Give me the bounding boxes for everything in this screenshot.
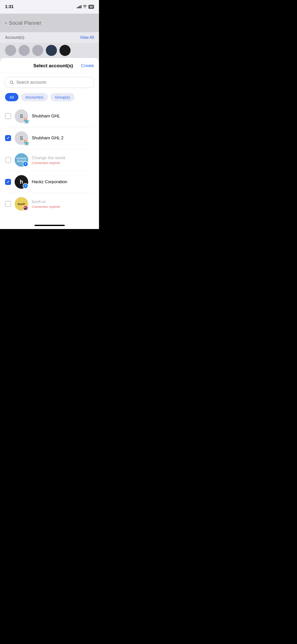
accounts-circles — [0, 43, 99, 58]
store-icon: 🏪 — [24, 118, 29, 123]
account-info: Shubham GHL — [32, 114, 94, 119]
home-bar — [35, 225, 65, 226]
circle-avatar-4 — [46, 45, 57, 56]
avatar-shubham-ghl-2: S 🏪 — [15, 131, 28, 145]
list-item: S 🏪 Shubham GHL — [5, 105, 94, 127]
battery-icon: 49 — [88, 5, 94, 9]
status-bar: 1:31 49 — [0, 0, 99, 14]
account-list: S 🏪 Shubham GHL S 🏪 Shubham GHL 2 — [0, 105, 99, 215]
account-info: Change the world Connection expired — [32, 155, 94, 165]
signal-bars-icon — [77, 5, 81, 8]
facebook-badge: f — [23, 161, 28, 167]
account-name: Hackz Corporation — [32, 179, 67, 184]
status-icons: 49 — [77, 5, 94, 9]
filter-groups[interactable]: Group(s) — [50, 93, 74, 101]
avatar-change-world: CHANGEWORLD f — [15, 153, 28, 167]
checkbox-change-world[interactable] — [5, 157, 11, 163]
accounts-label: Account(s) — [5, 35, 24, 40]
background-dimmed: ‹ Social Planner — [0, 14, 99, 32]
avatar-hackz: h f — [15, 175, 28, 189]
facebook-badge: f — [23, 183, 28, 189]
page-title: Social Planner — [9, 20, 41, 26]
create-button[interactable]: Create — [81, 63, 94, 68]
list-item: S 🏪 Shubham GHL 2 — [5, 127, 94, 149]
sheet-header: Select account(s) Create — [0, 58, 99, 73]
connection-expired-label: Connection expired — [32, 205, 94, 209]
store-icon: 🏪 — [24, 140, 29, 145]
avatar-booh: booh 📷 — [15, 197, 28, 211]
account-name: Change the world — [32, 155, 65, 160]
circle-avatar-5 — [59, 45, 71, 56]
status-time: 1:31 — [5, 4, 14, 9]
circle-avatar-3 — [32, 45, 43, 56]
list-item: CHANGEWORLD f Change the world Connectio… — [5, 149, 94, 171]
filter-pills: All Account(s) Group(s) — [0, 92, 99, 105]
checkbox-booh[interactable] — [5, 201, 11, 207]
account-info: booh.in Connection expired — [32, 199, 94, 209]
checkbox-hackz[interactable] — [5, 179, 11, 185]
page: 1:31 49 ‹ Social Planner A — [0, 0, 99, 229]
circle-avatar-1 — [5, 45, 16, 56]
account-info: Hackz Corporation — [32, 179, 94, 184]
search-icon — [9, 80, 14, 85]
connection-expired-label: Connection expired — [32, 161, 94, 165]
checkbox-shubham-ghl[interactable] — [5, 113, 11, 119]
account-name: booh.in — [32, 199, 46, 204]
avatar-shubham-ghl: S 🏪 — [15, 109, 28, 123]
search-container — [5, 77, 94, 88]
home-indicator — [0, 223, 99, 229]
account-info: Shubham GHL 2 — [32, 136, 94, 141]
list-item: h f Hackz Corporation — [5, 171, 94, 193]
wifi-icon — [83, 5, 87, 9]
account-name: Shubham GHL 2 — [32, 136, 63, 140]
sheet-title: Select account(s) — [25, 63, 81, 69]
view-all-link[interactable]: View All — [80, 35, 94, 40]
account-name: Shubham GHL — [32, 114, 60, 118]
circle-avatar-2 — [19, 45, 30, 56]
search-input-wrap — [5, 77, 94, 88]
svg-line-1 — [12, 83, 13, 84]
checkbox-shubham-ghl-2[interactable] — [5, 135, 11, 141]
search-input[interactable] — [16, 80, 90, 85]
instagram-badge: 📷 — [23, 205, 28, 211]
back-nav[interactable]: ‹ Social Planner — [5, 18, 94, 28]
back-chevron-icon[interactable]: ‹ — [5, 20, 7, 26]
list-item: booh 📷 booh.in Connection expired — [5, 193, 94, 215]
filter-accounts[interactable]: Account(s) — [21, 93, 48, 101]
bottom-sheet: Select account(s) Create All Account(s) … — [0, 58, 99, 223]
accounts-header: Account(s) View All — [0, 32, 99, 43]
filter-all[interactable]: All — [5, 93, 18, 101]
